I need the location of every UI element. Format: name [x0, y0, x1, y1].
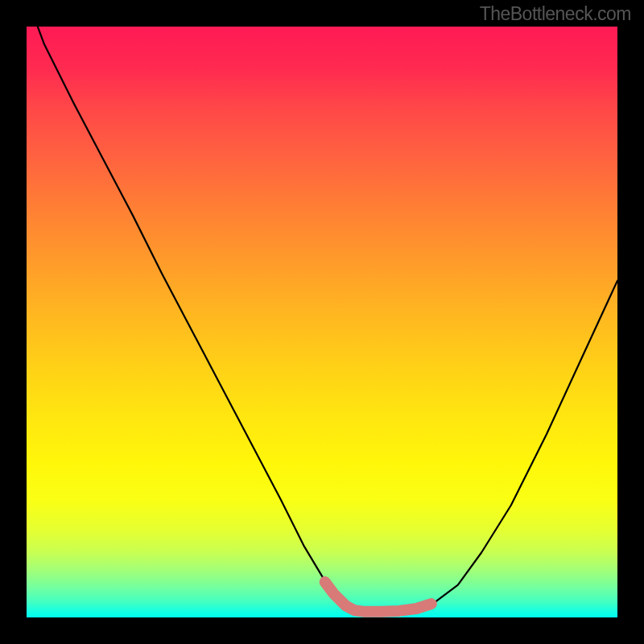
series-curve — [27, 27, 617, 612]
chart-container: TheBottleneck.com — [0, 0, 644, 644]
chart-overlay — [27, 27, 617, 617]
watermark-text: TheBottleneck.com — [480, 3, 631, 25]
plot-area — [27, 27, 617, 617]
series-highlight — [325, 582, 431, 612]
